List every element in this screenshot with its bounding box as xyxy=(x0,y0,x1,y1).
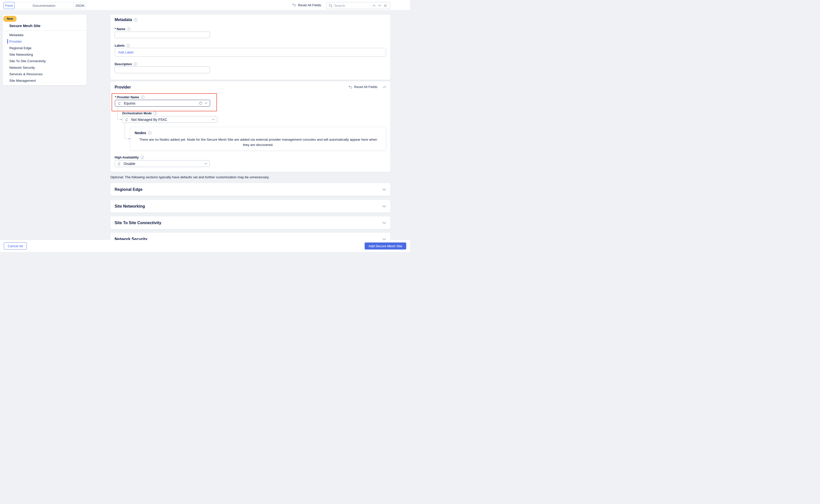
reset-icon xyxy=(348,85,352,89)
info-icon[interactable]: i xyxy=(134,62,137,66)
nodes-empty-text: There are no Nodes added yet. Node for t… xyxy=(138,137,379,148)
sidebar-item-site-to-site-connectivity[interactable]: Site To Site Connectivity xyxy=(3,58,87,64)
search-close-icon[interactable] xyxy=(382,3,388,8)
section-site-networking[interactable]: Site Networking xyxy=(110,200,390,213)
search-divider xyxy=(370,4,370,8)
connector-line xyxy=(125,123,125,139)
info-icon[interactable]: i xyxy=(134,18,137,22)
sidebar-title: Secure Mesh Site xyxy=(9,24,40,28)
collapse-chevron-up-icon[interactable] xyxy=(383,86,386,88)
connector-dot xyxy=(121,119,122,120)
reset-all-fields-label: Reset All Fields xyxy=(354,85,377,89)
tab-documentation[interactable]: Documentation xyxy=(14,2,74,9)
sidebar-item-provider[interactable]: Provider xyxy=(3,38,87,45)
info-icon[interactable]: i xyxy=(140,156,144,159)
sidebar-item-label: Site Networking xyxy=(9,53,33,56)
sidebar-item-label: Regional Edge xyxy=(9,46,32,50)
reset-all-fields-label: Reset All Fields xyxy=(298,3,321,7)
sidebar-item-metadata[interactable]: Metadata xyxy=(3,32,87,38)
expand-chevron-down-icon[interactable] xyxy=(382,188,386,191)
sidebar-item-site-management[interactable]: Site Management xyxy=(3,77,87,84)
nodes-empty-state: There are no Nodes added yet. Node for t… xyxy=(130,137,386,148)
high-availability-value: Disable xyxy=(124,162,202,166)
info-icon[interactable]: i xyxy=(126,44,130,47)
search-icon xyxy=(329,4,333,8)
expand-chevron-down-icon[interactable] xyxy=(382,205,386,207)
provider-name-label: * Provider Name xyxy=(115,96,139,99)
top-bar: Form Documentation JSON Reset All Fields xyxy=(0,0,410,10)
sidebar-item-site-networking[interactable]: Site Networking xyxy=(3,51,87,58)
sidebar-nav: Metadata Provider Regional Edge Site Net… xyxy=(3,32,87,84)
name-field[interactable] xyxy=(115,32,210,38)
chevron-down-icon xyxy=(204,163,207,164)
reset-icon xyxy=(292,3,296,7)
reset-all-fields-top[interactable]: Reset All Fields xyxy=(292,0,321,10)
orchestration-mode-value: Not Managed By F5XC xyxy=(131,118,210,122)
info-icon[interactable]: i xyxy=(141,96,144,99)
high-availability-label: High Availability xyxy=(115,156,139,159)
sidebar-item-label: Network Security xyxy=(9,66,35,69)
sidebar-item-label: Site To Site Connectivity xyxy=(9,59,46,63)
info-icon[interactable]: i xyxy=(148,131,152,135)
cancel-all-button[interactable]: Cancel All xyxy=(4,242,27,249)
section-title: Regional Edge xyxy=(115,187,142,192)
connector-line xyxy=(117,119,121,120)
branch-icon xyxy=(118,101,122,105)
footer-action-bar: Cancel All Add Secure Mesh Site xyxy=(0,240,410,252)
branch-icon xyxy=(117,162,121,166)
orchestration-mode-select[interactable]: Not Managed By F5XC xyxy=(122,116,217,123)
search-input[interactable] xyxy=(334,4,369,8)
sidebar-item-network-security[interactable]: Network Security xyxy=(3,64,87,71)
provider-name-select[interactable]: Equinix xyxy=(115,100,210,107)
labels-label: Labels xyxy=(115,44,125,47)
nodes-title: Nodes xyxy=(135,131,146,135)
sidebar-item-label: Metadata xyxy=(9,33,23,37)
active-indicator-bar xyxy=(7,39,8,44)
sidebar-divider xyxy=(3,30,87,31)
section-site-to-site-connectivity[interactable]: Site To Site Connectivity xyxy=(110,216,390,229)
section-title: Site To Site Connectivity xyxy=(115,221,161,225)
section-title: Site Networking xyxy=(115,204,145,209)
description-label: Description xyxy=(115,62,132,66)
new-badge: New xyxy=(3,16,17,22)
sidebar-item-regional-edge[interactable]: Regional Edge xyxy=(3,45,87,51)
connector-dot xyxy=(129,138,130,139)
provider-title: Provider xyxy=(115,85,131,90)
expand-chevron-down-icon[interactable] xyxy=(382,222,386,224)
chevron-down-icon xyxy=(212,119,215,120)
sidebar-item-services-resources[interactable]: Services & Resources xyxy=(3,71,87,77)
info-icon[interactable]: i xyxy=(127,27,130,31)
add-secure-mesh-site-button[interactable]: Add Secure Mesh Site xyxy=(365,242,406,249)
reset-all-fields-provider[interactable]: Reset All Fields xyxy=(348,85,377,89)
connector-line xyxy=(117,107,118,120)
metadata-section: Metadata i * Name i Labels i Add Label D… xyxy=(110,15,390,80)
branch-icon xyxy=(125,118,129,122)
provider-section: Provider Reset All Fields * Provider Nam… xyxy=(110,81,390,172)
provider-name-value: Equinix xyxy=(124,101,197,105)
optional-sections-note: Optional: The following sections typical… xyxy=(110,175,269,179)
add-label-button[interactable]: Add Label xyxy=(118,50,133,54)
description-field[interactable] xyxy=(115,66,210,73)
nodes-panel: Nodes i There are no Nodes added yet. No… xyxy=(130,127,386,151)
sidebar-item-label: Site Management xyxy=(9,79,36,82)
chevron-down-icon xyxy=(205,102,207,104)
metadata-title: Metadata xyxy=(115,18,132,22)
tab-json[interactable]: JSON xyxy=(73,2,86,9)
search-prev-chevron-up-icon[interactable] xyxy=(371,3,377,8)
sidebar: New Secure Mesh Site Metadata Provider R… xyxy=(3,15,87,85)
tab-form[interactable]: Form xyxy=(4,2,15,9)
info-icon[interactable]: i xyxy=(153,112,157,115)
section-regional-edge[interactable]: Regional Edge xyxy=(110,183,390,196)
sidebar-item-label: Provider xyxy=(9,40,22,43)
name-label: * Name xyxy=(115,27,125,31)
refresh-icon[interactable] xyxy=(199,102,202,105)
search-box xyxy=(326,2,390,9)
high-availability-select[interactable]: Disable xyxy=(115,160,210,167)
search-next-chevron-down-icon[interactable] xyxy=(377,3,382,8)
sidebar-item-label: Services & Resources xyxy=(9,72,43,76)
orchestration-mode-label: Orchestration Mode xyxy=(122,112,152,115)
view-tab-group: Form Documentation JSON xyxy=(4,2,86,9)
labels-container: Add Label xyxy=(115,48,386,57)
